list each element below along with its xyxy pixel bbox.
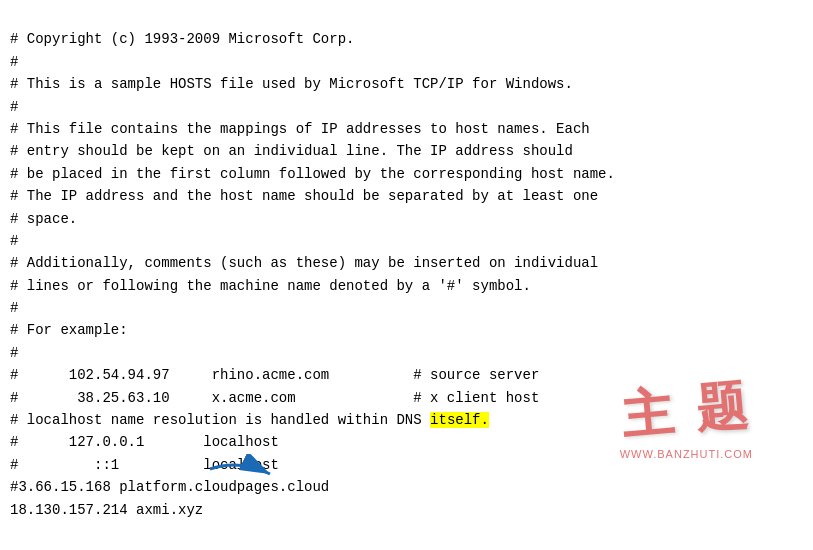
text-line: # space. — [10, 208, 803, 230]
text-line: # For example: — [10, 319, 803, 341]
text-line: # be placed in the first column followed… — [10, 163, 803, 185]
text-line: # — [10, 51, 803, 73]
text-line: #3.66.15.168 platform.cloudpages.cloud — [10, 476, 803, 498]
text-line: # This is a sample HOSTS file used by Mi… — [10, 73, 803, 95]
text-line: # 38.25.63.10 x.acme.com # x client host — [10, 387, 803, 409]
text-line: # lines or following the machine name de… — [10, 275, 803, 297]
text-line: # The IP address and the host name shoul… — [10, 185, 803, 207]
text-line: # — [10, 230, 803, 252]
text-line: # This file contains the mappings of IP … — [10, 118, 803, 140]
text-line: # — [10, 297, 803, 319]
text-line: # — [10, 96, 803, 118]
text-line: # — [10, 342, 803, 364]
text-line: # localhost name resolution is handled w… — [10, 409, 803, 431]
text-content: # Copyright (c) 1993-2009 Microsoft Corp… — [0, 0, 813, 527]
text-line: # 102.54.94.97 rhino.acme.com # source s… — [10, 364, 803, 386]
text-line: # 127.0.0.1 localhost — [10, 431, 803, 453]
text-line: # Additionally, comments (such as these)… — [10, 252, 803, 274]
text-line: # ::1 localhost — [10, 454, 803, 476]
text-line: # entry should be kept on an individual … — [10, 140, 803, 162]
text-line: 18.130.157.214 axmi.xyz — [10, 499, 803, 521]
text-line: # Copyright (c) 1993-2009 Microsoft Corp… — [10, 28, 803, 50]
highlighted-text: itself. — [430, 412, 489, 428]
